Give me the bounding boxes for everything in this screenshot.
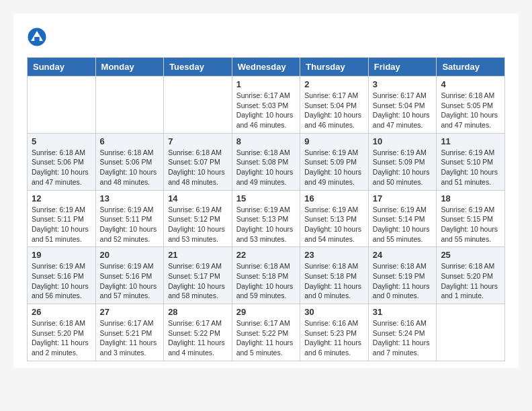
calendar-cell: 3Sunrise: 6:17 AMSunset: 5:04 PMDaylight… — [368, 77, 437, 134]
calendar-cell: 9Sunrise: 6:19 AMSunset: 5:09 PMDaylight… — [300, 133, 369, 190]
day-info: Sunrise: 6:18 AMSunset: 5:06 PMDaylight:… — [100, 148, 160, 187]
week-row-4: 19Sunrise: 6:19 AMSunset: 5:16 PMDayligh… — [28, 247, 505, 304]
day-number: 15 — [236, 193, 296, 203]
calendar-cell: 4Sunrise: 6:18 AMSunset: 5:05 PMDaylight… — [437, 77, 505, 134]
day-info: Sunrise: 6:19 AMSunset: 5:16 PMDaylight:… — [32, 261, 91, 301]
day-number: 29 — [236, 307, 296, 317]
day-info: Sunrise: 6:18 AMSunset: 5:18 PMDaylight:… — [304, 261, 364, 301]
day-number: 12 — [32, 193, 91, 203]
day-number: 25 — [441, 250, 500, 260]
calendar-cell: 23Sunrise: 6:18 AMSunset: 5:18 PMDayligh… — [300, 247, 369, 304]
calendar-cell: 21Sunrise: 6:19 AMSunset: 5:17 PMDayligh… — [164, 247, 232, 304]
calendar-cell: 26Sunrise: 6:18 AMSunset: 5:20 PMDayligh… — [28, 304, 96, 361]
day-number: 14 — [168, 193, 228, 203]
day-number: 18 — [441, 193, 500, 203]
day-number: 6 — [100, 136, 160, 146]
svg-rect-2 — [34, 37, 40, 41]
calendar-cell: 19Sunrise: 6:19 AMSunset: 5:16 PMDayligh… — [28, 247, 96, 304]
calendar-cell: 30Sunrise: 6:16 AMSunset: 5:23 PMDayligh… — [300, 304, 369, 361]
day-info: Sunrise: 6:18 AMSunset: 5:06 PMDaylight:… — [32, 148, 91, 187]
week-row-1: 1Sunrise: 6:17 AMSunset: 5:03 PMDaylight… — [28, 77, 505, 134]
calendar-cell: 22Sunrise: 6:18 AMSunset: 5:18 PMDayligh… — [232, 247, 300, 304]
day-number: 16 — [304, 193, 364, 203]
calendar-container: SundayMondayTuesdayWednesdayThursdayFrid… — [13, 13, 519, 368]
week-row-2: 5Sunrise: 6:18 AMSunset: 5:06 PMDaylight… — [28, 133, 505, 190]
calendar-cell — [28, 77, 96, 134]
day-number: 28 — [168, 307, 228, 317]
day-info: Sunrise: 6:19 AMSunset: 5:12 PMDaylight:… — [168, 205, 228, 244]
day-number: 10 — [373, 136, 433, 146]
day-info: Sunrise: 6:19 AMSunset: 5:09 PMDaylight:… — [373, 148, 433, 187]
day-number: 24 — [373, 250, 433, 260]
weekday-header-row: SundayMondayTuesdayWednesdayThursdayFrid… — [28, 58, 505, 77]
weekday-header-friday: Friday — [368, 58, 437, 77]
calendar-cell: 6Sunrise: 6:18 AMSunset: 5:06 PMDaylight… — [95, 133, 164, 190]
calendar-cell — [437, 304, 505, 361]
weekday-header-tuesday: Tuesday — [164, 58, 232, 77]
day-number: 9 — [304, 136, 364, 146]
day-info: Sunrise: 6:17 AMSunset: 5:22 PMDaylight:… — [168, 318, 228, 358]
day-info: Sunrise: 6:18 AMSunset: 5:20 PMDaylight:… — [32, 318, 91, 358]
day-info: Sunrise: 6:19 AMSunset: 5:13 PMDaylight:… — [236, 205, 296, 244]
day-number: 30 — [304, 307, 364, 317]
day-number: 23 — [304, 250, 364, 260]
logo-icon — [27, 27, 47, 47]
day-number: 7 — [168, 136, 228, 146]
day-info: Sunrise: 6:19 AMSunset: 5:14 PMDaylight:… — [373, 205, 433, 244]
day-info: Sunrise: 6:19 AMSunset: 5:11 PMDaylight:… — [32, 205, 91, 244]
day-number: 11 — [441, 136, 500, 146]
calendar-cell: 8Sunrise: 6:18 AMSunset: 5:08 PMDaylight… — [232, 133, 300, 190]
day-info: Sunrise: 6:19 AMSunset: 5:16 PMDaylight:… — [100, 261, 160, 301]
calendar-cell: 20Sunrise: 6:19 AMSunset: 5:16 PMDayligh… — [95, 247, 164, 304]
calendar-cell: 18Sunrise: 6:19 AMSunset: 5:15 PMDayligh… — [437, 190, 505, 247]
weekday-header-wednesday: Wednesday — [232, 58, 300, 77]
day-info: Sunrise: 6:18 AMSunset: 5:20 PMDaylight:… — [441, 261, 500, 301]
day-number: 1 — [236, 79, 296, 89]
calendar-cell: 28Sunrise: 6:17 AMSunset: 5:22 PMDayligh… — [164, 304, 232, 361]
day-number: 2 — [304, 79, 364, 89]
calendar-cell: 27Sunrise: 6:17 AMSunset: 5:21 PMDayligh… — [95, 304, 164, 361]
calendar-cell: 29Sunrise: 6:17 AMSunset: 5:22 PMDayligh… — [232, 304, 300, 361]
weekday-header-thursday: Thursday — [300, 58, 369, 77]
day-info: Sunrise: 6:19 AMSunset: 5:11 PMDaylight:… — [100, 205, 160, 244]
day-info: Sunrise: 6:19 AMSunset: 5:17 PMDaylight:… — [168, 261, 228, 301]
logo — [27, 27, 50, 47]
calendar-header — [27, 27, 505, 47]
day-info: Sunrise: 6:17 AMSunset: 5:03 PMDaylight:… — [236, 91, 296, 130]
day-info: Sunrise: 6:16 AMSunset: 5:23 PMDaylight:… — [304, 318, 364, 358]
week-row-3: 12Sunrise: 6:19 AMSunset: 5:11 PMDayligh… — [28, 190, 505, 247]
day-number: 21 — [168, 250, 228, 260]
day-number: 5 — [32, 136, 91, 146]
calendar-cell: 5Sunrise: 6:18 AMSunset: 5:06 PMDaylight… — [28, 133, 96, 190]
day-info: Sunrise: 6:18 AMSunset: 5:08 PMDaylight:… — [236, 148, 296, 187]
day-info: Sunrise: 6:17 AMSunset: 5:04 PMDaylight:… — [304, 91, 364, 130]
day-info: Sunrise: 6:18 AMSunset: 5:07 PMDaylight:… — [168, 148, 228, 187]
day-info: Sunrise: 6:18 AMSunset: 5:19 PMDaylight:… — [373, 261, 433, 301]
calendar-cell: 25Sunrise: 6:18 AMSunset: 5:20 PMDayligh… — [437, 247, 505, 304]
calendar-cell: 2Sunrise: 6:17 AMSunset: 5:04 PMDaylight… — [300, 77, 369, 134]
calendar-cell: 16Sunrise: 6:19 AMSunset: 5:13 PMDayligh… — [300, 190, 369, 247]
weekday-header-monday: Monday — [95, 58, 164, 77]
calendar-cell: 14Sunrise: 6:19 AMSunset: 5:12 PMDayligh… — [164, 190, 232, 247]
calendar-table: SundayMondayTuesdayWednesdayThursdayFrid… — [27, 57, 505, 361]
calendar-cell: 24Sunrise: 6:18 AMSunset: 5:19 PMDayligh… — [368, 247, 437, 304]
calendar-cell: 11Sunrise: 6:19 AMSunset: 5:10 PMDayligh… — [437, 133, 505, 190]
calendar-cell: 13Sunrise: 6:19 AMSunset: 5:11 PMDayligh… — [95, 190, 164, 247]
day-info: Sunrise: 6:19 AMSunset: 5:09 PMDaylight:… — [304, 148, 364, 187]
calendar-cell — [164, 77, 232, 134]
day-number: 8 — [236, 136, 296, 146]
day-number: 19 — [32, 250, 91, 260]
calendar-cell: 31Sunrise: 6:16 AMSunset: 5:24 PMDayligh… — [368, 304, 437, 361]
day-number: 31 — [373, 307, 433, 317]
day-info: Sunrise: 6:18 AMSunset: 5:18 PMDaylight:… — [236, 261, 296, 301]
day-info: Sunrise: 6:19 AMSunset: 5:10 PMDaylight:… — [441, 148, 500, 187]
day-number: 13 — [100, 193, 160, 203]
day-info: Sunrise: 6:19 AMSunset: 5:15 PMDaylight:… — [441, 205, 500, 244]
calendar-cell: 10Sunrise: 6:19 AMSunset: 5:09 PMDayligh… — [368, 133, 437, 190]
day-info: Sunrise: 6:16 AMSunset: 5:24 PMDaylight:… — [373, 318, 433, 358]
day-number: 4 — [441, 79, 500, 89]
day-number: 17 — [373, 193, 433, 203]
day-info: Sunrise: 6:17 AMSunset: 5:21 PMDaylight:… — [100, 318, 160, 358]
day-number: 26 — [32, 307, 91, 317]
weekday-header-sunday: Sunday — [28, 58, 96, 77]
